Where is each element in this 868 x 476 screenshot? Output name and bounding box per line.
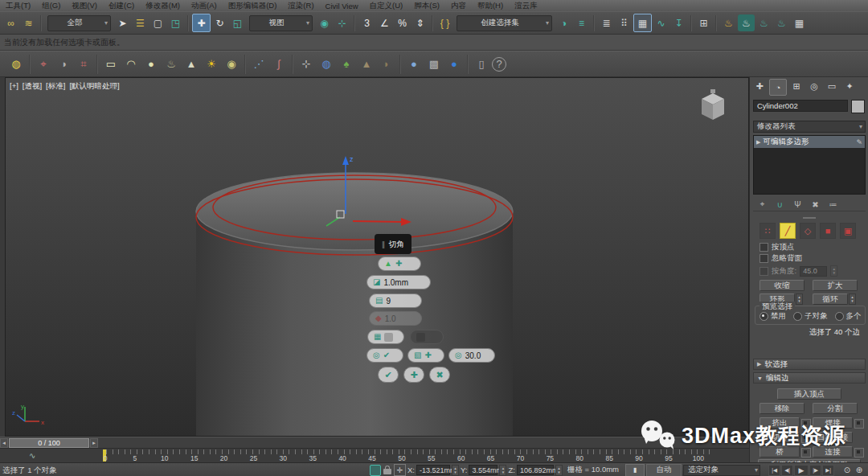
go-to-end-button[interactable]: ▶| [822,465,834,476]
menu-item[interactable]: 帮助(H) [472,1,509,11]
object-name-field[interactable]: Cylinder002 [753,100,848,112]
loop-spinner[interactable] [849,293,856,305]
coordinate-display-icon[interactable]: ✛ [394,464,406,476]
select-move-icon[interactable]: ✚ [192,14,211,32]
modifier-stack[interactable]: ▶ 可编辑多边形 ✎ [753,135,866,195]
weld-settings-icon[interactable] [854,419,864,429]
menu-item[interactable]: 视图(V) [66,1,103,11]
x-spinner[interactable] [452,465,459,476]
show-end-result-icon[interactable]: ∪ [774,199,786,211]
chamfer-button[interactable]: 切角 [760,432,800,443]
sphere-light-icon[interactable]: ● [141,55,161,74]
go-to-start-button[interactable]: |◀ [768,465,780,476]
edit-edges-rollout[interactable]: ▼ 编辑边 [753,372,866,384]
render-setup-icon[interactable]: ♨ [738,14,755,31]
configure-modifier-sets-icon[interactable]: ≔ [827,199,839,211]
select-scale-icon[interactable]: ◱ [229,14,246,31]
smooth-threshold-field[interactable]: ◎ 30.0 [448,348,495,363]
loop-button[interactable]: 循环 [813,293,848,305]
physical-camera-icon[interactable]: ⌗ [74,55,93,74]
point-light-icon[interactable]: ◍ [6,55,26,74]
unlink-selection-icon[interactable]: ≋ [20,14,37,31]
grow-button[interactable]: 扩大 [813,280,858,291]
caddy-ok-button[interactable]: ✔ [378,367,399,383]
cone-icon[interactable]: ▲ [182,55,201,74]
angle-snap-icon[interactable]: ∠ [376,14,393,31]
caddy-cancel-button[interactable]: ✖ [429,367,450,383]
insert-vertex-button[interactable]: 插入顶点 [777,388,841,400]
select-by-name-icon[interactable]: ☰ [132,14,149,31]
mirror-icon[interactable]: ◑ [555,14,572,31]
snap-toggle-3d-icon[interactable]: 3 [358,14,375,31]
bone-icon[interactable]: ∫ [269,55,289,74]
layer-manager-icon[interactable]: ≣ [598,14,615,31]
viewcube[interactable] [695,88,731,126]
chamfer-segments-value[interactable]: 9 [386,297,391,306]
smooth-toggle[interactable]: ◎ ✔ [366,348,403,363]
menu-item[interactable]: 组(G) [36,1,66,11]
element-mode-icon[interactable]: ▣ [840,223,856,239]
play-button[interactable]: ▶ [794,465,809,476]
percent-snap-icon[interactable]: % [394,14,411,31]
polygon-mode-icon[interactable]: ■ [820,223,836,239]
zoom-extents-icon[interactable]: ⊕ [854,465,865,476]
plane-icon[interactable]: ▭ [101,55,121,74]
free-light-icon[interactable]: ◑ [54,55,73,74]
chamfer-direction-icon[interactable]: ✚ [395,260,402,268]
vertex-mode-icon[interactable]: ∷ [760,223,776,239]
viewport-label[interactable]: [透视] [23,81,42,92]
smooth-threshold-value[interactable]: 30.0 [465,351,481,360]
remove-button[interactable]: 移除 [760,403,805,414]
menu-item[interactable]: 创建(C) [103,1,140,11]
tab-create[interactable]: ✚ [751,79,768,94]
viewport-label[interactable]: [默认明暗处理] [69,81,119,92]
smooth-check-icon[interactable]: ✔ [383,351,390,359]
y-spinner[interactable] [499,465,506,476]
split-button[interactable]: 分割 [813,403,858,414]
curve-editor-icon[interactable]: ∿ [653,14,669,31]
next-frame-button[interactable]: |▶ [809,465,821,476]
rectangular-selection-icon[interactable]: ▢ [149,14,166,31]
menu-item[interactable]: 脚本(S) [408,1,445,11]
select-and-link-icon[interactable]: ∞ [2,14,19,31]
track-bar[interactable]: ∿ 05101520253035404550556065707580859095… [0,448,749,462]
viewport-label[interactable]: [标准] [46,81,65,92]
tab-hierarchy[interactable]: ⊞ [788,79,805,94]
panel-icon[interactable]: ▯ [472,55,491,74]
previous-frame-arrow[interactable]: ◄ [0,438,8,448]
menu-item[interactable]: 内容 [445,1,472,11]
invert-open-switch[interactable] [416,333,425,342]
target-light-icon[interactable]: ⌖ [34,55,53,74]
tab-modify[interactable]: ◔ [769,79,787,96]
connect-settings-icon[interactable] [854,448,864,458]
by-angle-field[interactable]: 45.0 [800,266,827,277]
shrink-button[interactable]: 收缩 [760,280,805,291]
z-spinner[interactable] [555,465,563,476]
menu-item[interactable]: 渲染(R) [282,1,319,11]
extrude-settings-icon[interactable] [801,419,811,429]
spinner-snap-icon[interactable]: ⇕ [411,14,428,31]
extrude-button[interactable]: 挤出 [760,417,800,429]
object-color-swatch[interactable] [851,100,865,113]
scatter-icon[interactable]: ⊹ [297,55,316,74]
dome-light-icon[interactable]: ◠ [121,55,141,74]
target-weld-button[interactable]: 目标焊接 [813,432,853,443]
menu-item[interactable]: 工具(T) [0,1,36,11]
menu-item[interactable]: 修改器(M) [140,1,186,11]
panel-grip[interactable] [803,217,816,219]
bridge-button[interactable]: 桥 [760,446,800,458]
soft-selection-rollout[interactable]: ▶ 软选择 [753,359,866,370]
border-mode-icon[interactable]: ◇ [800,223,816,239]
render-grid-icon[interactable]: ▦ [791,14,808,31]
chamfer-amount-value[interactable]: 1.0mm [383,278,408,287]
scene-explorer-icon[interactable]: ⠿ [616,14,633,31]
by-vertex-checkbox[interactable] [760,243,768,252]
override-material-icon[interactable]: ▩ [424,55,444,74]
next-frame-arrow[interactable]: ► [90,438,98,448]
schematic-view-icon[interactable]: ⊞ [695,14,712,31]
chamfer-segments-field[interactable]: ▤ 9 [369,293,422,308]
y-coordinate-field[interactable]: 3.554mm [469,465,497,475]
by-angle-checkbox[interactable] [760,267,768,276]
select-object-icon[interactable]: ➤ [114,14,131,31]
by-angle-spinner[interactable] [830,265,837,277]
